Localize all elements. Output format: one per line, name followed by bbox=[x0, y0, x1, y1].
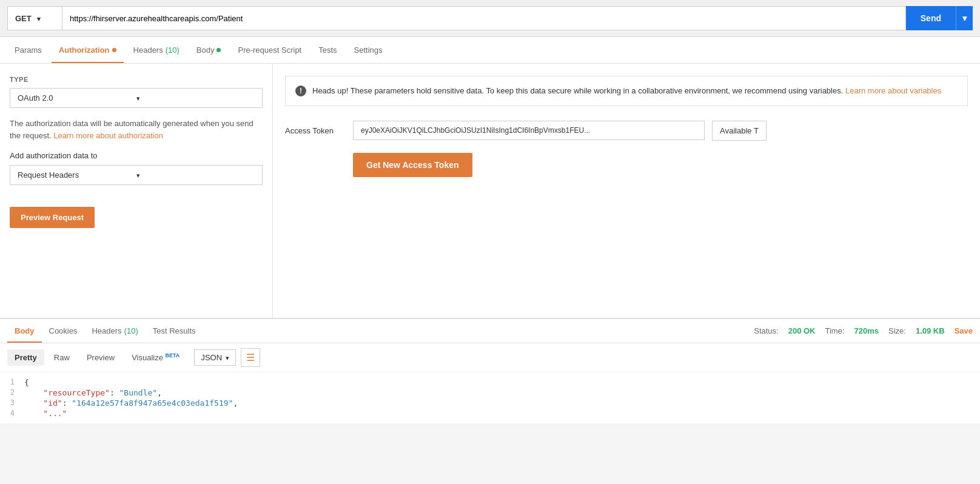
tab-params-label: Params bbox=[15, 45, 42, 55]
response-tab-body[interactable]: Body bbox=[7, 319, 42, 343]
tab-headers[interactable]: Headers (10) bbox=[126, 37, 187, 63]
tab-params[interactable]: Params bbox=[7, 37, 49, 63]
response-section: Body Cookies Headers (10) Test Results S… bbox=[0, 318, 980, 423]
learn-more-link[interactable]: Learn more about authorization bbox=[53, 131, 163, 140]
response-tab-cookies[interactable]: Cookies bbox=[42, 319, 85, 343]
learn-more-variables-link[interactable]: Learn more about variables bbox=[845, 86, 941, 95]
code-line-1: 1 { bbox=[0, 377, 980, 388]
code-content-3: "id": "164a12e57fa8f947a65e4c03eda1f519"… bbox=[24, 398, 980, 408]
response-status-area: Status: 200 OK Time: 720ms Size: 1.09 KB… bbox=[754, 326, 973, 335]
preview-request-button[interactable]: Preview Request bbox=[10, 207, 95, 228]
save-button[interactable]: Save bbox=[955, 326, 973, 335]
url-bar: GET Send ▾ bbox=[0, 0, 980, 37]
code-line-2: 2 "resourceType": "Bundle", bbox=[0, 388, 980, 398]
line-num-4: 4 bbox=[0, 409, 24, 417]
info-icon: ! bbox=[295, 86, 306, 96]
add-auth-value: Request Headers bbox=[18, 170, 136, 180]
beta-badge: BETA bbox=[166, 352, 180, 358]
get-new-access-token-button[interactable]: Get New Access Token bbox=[353, 153, 472, 177]
tab-prerequest-label: Pre-request Script bbox=[238, 45, 301, 55]
get-token-row: Get New Access Token bbox=[285, 153, 968, 177]
code-content-2: "resourceType": "Bundle", bbox=[24, 388, 980, 397]
response-tabs-row: Body Cookies Headers (10) Test Results S… bbox=[0, 319, 980, 343]
type-label: TYPE bbox=[10, 76, 263, 83]
tab-authorization[interactable]: Authorization bbox=[52, 37, 124, 63]
response-tab-tests[interactable]: Test Results bbox=[146, 319, 203, 343]
wrap-icon[interactable]: ☰ bbox=[241, 348, 260, 367]
format-preview-button[interactable]: Preview bbox=[79, 349, 122, 366]
add-auth-label: Add authorization data to bbox=[10, 151, 263, 160]
format-json-select[interactable]: JSON bbox=[194, 349, 236, 366]
banner-main-text: Heads up! These parameters hold sensitiv… bbox=[312, 86, 843, 95]
size-value: 1.09 KB bbox=[916, 326, 945, 335]
tab-authorization-label: Authorization bbox=[59, 45, 110, 55]
time-value: 720ms bbox=[854, 326, 879, 335]
access-token-label: Access Token bbox=[285, 126, 346, 135]
line-num-3: 3 bbox=[0, 398, 24, 407]
time-label: Time: bbox=[825, 326, 845, 335]
access-token-row: Access Token Available T bbox=[285, 121, 968, 141]
add-auth-select[interactable]: Request Headers bbox=[10, 165, 263, 185]
tab-tests[interactable]: Tests bbox=[311, 37, 344, 63]
banner-text: Heads up! These parameters hold sensitiv… bbox=[312, 85, 941, 97]
response-tab-headers[interactable]: Headers (10) bbox=[84, 319, 145, 343]
auth-type-arrow-icon bbox=[136, 93, 255, 103]
method-dropdown-icon bbox=[37, 14, 55, 23]
tab-tests-label: Tests bbox=[318, 45, 337, 55]
method-select[interactable]: GET bbox=[7, 6, 62, 30]
authorization-dot bbox=[112, 48, 116, 52]
tab-headers-label: Headers bbox=[133, 45, 163, 55]
size-label: Size: bbox=[888, 326, 906, 335]
auth-left-panel: TYPE OAuth 2.0 The authorization data wi… bbox=[0, 64, 273, 318]
response-headers-count: (10) bbox=[124, 326, 138, 335]
format-bar: Pretty Raw Preview Visualize BETA JSON ☰ bbox=[0, 343, 980, 372]
status-label: Status: bbox=[754, 326, 778, 335]
tab-settings-label: Settings bbox=[354, 45, 383, 55]
response-tab-headers-label: Headers bbox=[92, 326, 121, 335]
code-content-1: { bbox=[24, 378, 980, 387]
send-chevron-icon: ▾ bbox=[962, 13, 967, 23]
code-content-4: "..." bbox=[24, 409, 980, 418]
auth-type-value: OAuth 2.0 bbox=[18, 93, 136, 103]
tab-prerequest[interactable]: Pre-request Script bbox=[230, 37, 309, 63]
add-auth-arrow-icon bbox=[136, 170, 255, 180]
send-button[interactable]: Send bbox=[906, 6, 956, 30]
send-dropdown-button[interactable]: ▾ bbox=[956, 6, 973, 30]
auth-description: The authorization data will be automatic… bbox=[10, 118, 263, 141]
code-line-4: 4 "..." bbox=[0, 408, 980, 418]
auth-type-select[interactable]: OAuth 2.0 bbox=[10, 88, 263, 108]
url-input[interactable] bbox=[62, 6, 906, 30]
available-tokens-button[interactable]: Available T bbox=[712, 121, 767, 141]
tab-body-label: Body bbox=[196, 45, 215, 55]
json-format-label: JSON bbox=[201, 353, 222, 362]
code-area: 1 { 2 "resourceType": "Bundle", 3 "id": … bbox=[0, 372, 980, 423]
line-num-1: 1 bbox=[0, 378, 24, 386]
auth-right-panel: ! Heads up! These parameters hold sensit… bbox=[273, 64, 980, 318]
format-visualize-button[interactable]: Visualize BETA bbox=[124, 349, 187, 366]
response-tab-body-label: Body bbox=[15, 326, 35, 335]
body-dot bbox=[216, 48, 221, 52]
access-token-input[interactable] bbox=[353, 121, 705, 140]
response-tab-tests-label: Test Results bbox=[153, 326, 196, 335]
format-raw-button[interactable]: Raw bbox=[47, 349, 77, 366]
tab-body[interactable]: Body bbox=[189, 37, 229, 63]
info-banner: ! Heads up! These parameters hold sensit… bbox=[285, 76, 968, 106]
response-tab-cookies-label: Cookies bbox=[49, 326, 78, 335]
tab-settings[interactable]: Settings bbox=[347, 37, 390, 63]
format-pretty-button[interactable]: Pretty bbox=[7, 349, 44, 366]
request-tabs: Params Authorization Headers (10) Body P… bbox=[0, 37, 980, 64]
wrap-lines-icon: ☰ bbox=[246, 352, 255, 363]
line-num-2: 2 bbox=[0, 388, 24, 397]
status-value: 200 OK bbox=[788, 326, 816, 335]
json-format-arrow-icon bbox=[226, 353, 229, 362]
code-line-3: 3 "id": "164a12e57fa8f947a65e4c03eda1f51… bbox=[0, 398, 980, 408]
headers-count: (10) bbox=[166, 45, 180, 55]
method-label: GET bbox=[15, 14, 33, 23]
main-content: TYPE OAuth 2.0 The authorization data wi… bbox=[0, 64, 980, 318]
